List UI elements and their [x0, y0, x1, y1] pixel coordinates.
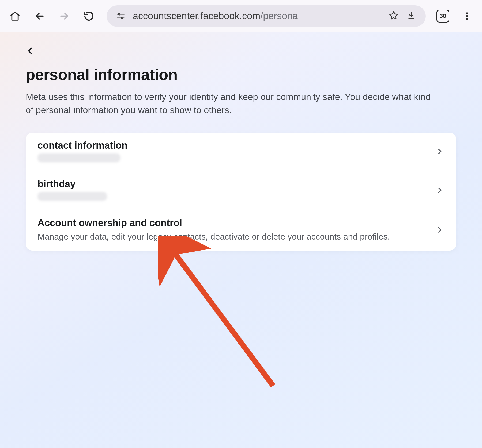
url-text: accountscenter.facebook.com/persona — [133, 10, 381, 22]
tab-count-button[interactable]: 30 — [436, 10, 449, 23]
reload-button[interactable] — [82, 9, 96, 23]
list-item-subtitle — [37, 192, 107, 201]
url-path: /persona — [260, 10, 298, 21]
downloads-button[interactable] — [406, 11, 416, 21]
site-settings-icon[interactable] — [116, 12, 125, 21]
address-bar[interactable]: accountscenter.facebook.com/persona — [107, 5, 426, 27]
kebab-icon — [462, 11, 472, 21]
svg-line-6 — [173, 251, 273, 386]
page-subtitle: Meta uses this information to verify you… — [26, 90, 433, 117]
arrow-right-icon — [58, 10, 70, 22]
list-item-birthday[interactable]: birthday — [26, 171, 456, 210]
svg-point-3 — [466, 12, 468, 14]
svg-point-5 — [466, 18, 468, 20]
browser-forward-button[interactable] — [57, 9, 71, 23]
url-host: accountscenter.facebook.com — [133, 10, 260, 21]
browser-menu-button[interactable] — [460, 9, 474, 23]
tab-count-value: 30 — [440, 13, 446, 20]
list-item-contact-information[interactable]: contact information · — [26, 133, 456, 171]
bookmark-button[interactable] — [388, 10, 399, 22]
page-back-button[interactable] — [26, 45, 39, 58]
chevron-left-icon — [26, 46, 35, 57]
home-icon — [10, 11, 20, 21]
home-button[interactable] — [8, 9, 22, 23]
page-title: personal information — [26, 65, 456, 83]
star-icon — [388, 10, 399, 22]
svg-rect-2 — [409, 18, 414, 19]
list-item-title: birthday — [37, 178, 428, 190]
arrow-left-icon — [34, 10, 46, 22]
list-item-title: Account ownership and control — [37, 217, 428, 229]
annotation-arrow-icon — [158, 236, 281, 397]
list-item-subtitle: · — [37, 153, 120, 162]
settings-card: contact information · birthday Account o… — [26, 133, 456, 251]
reload-icon — [84, 11, 94, 21]
browser-back-button[interactable] — [33, 9, 47, 23]
chevron-right-icon — [435, 185, 445, 195]
browser-toolbar: accountscenter.facebook.com/persona 30 — [0, 0, 482, 32]
chevron-right-icon — [435, 225, 445, 235]
chevron-right-icon — [435, 147, 445, 156]
list-item-title: contact information — [37, 140, 428, 151]
download-icon — [406, 11, 416, 21]
page-area: personal information Meta uses this info… — [0, 32, 482, 448]
svg-point-4 — [466, 15, 468, 17]
list-item-account-ownership[interactable]: Account ownership and control Manage you… — [26, 210, 456, 251]
list-item-subtitle: Manage your data, edit your legacy conta… — [37, 231, 428, 243]
